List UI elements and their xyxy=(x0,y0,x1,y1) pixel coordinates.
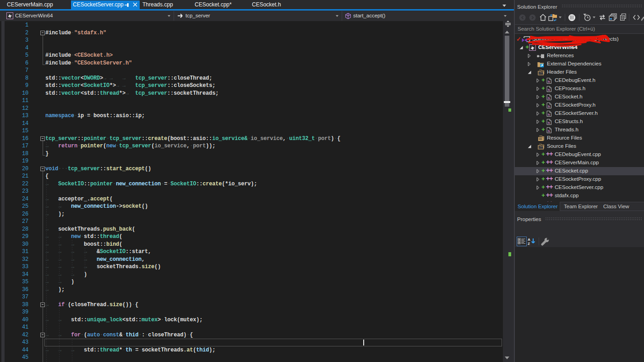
svg-text:h: h xyxy=(548,129,550,133)
svg-text:A: A xyxy=(528,238,530,242)
svg-text:Z: Z xyxy=(528,242,530,246)
svg-text:h: h xyxy=(548,96,550,100)
svg-text:h: h xyxy=(548,80,550,84)
svg-text:h: h xyxy=(548,104,550,108)
svg-text:h: h xyxy=(548,88,550,92)
svg-text:h: h xyxy=(548,113,550,117)
svg-text:h: h xyxy=(548,121,550,125)
